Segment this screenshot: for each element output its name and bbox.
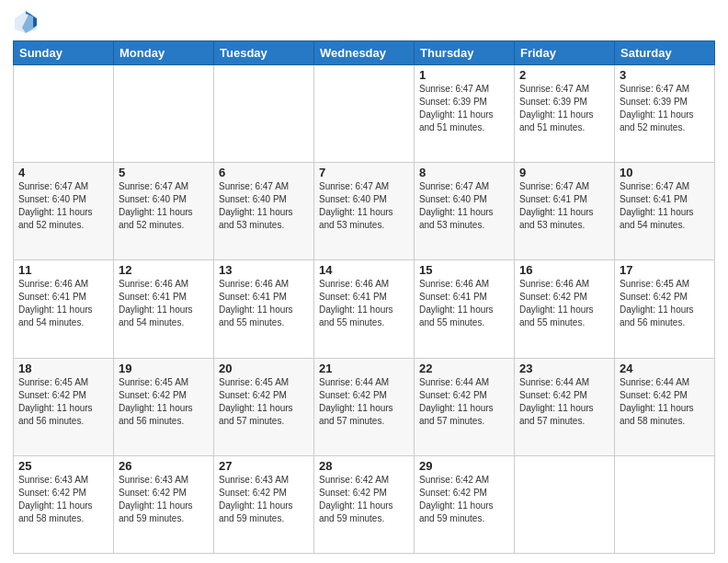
calendar-cell: 16Sunrise: 6:46 AMSunset: 6:42 PMDayligh… [515,260,615,358]
day-info: Sunrise: 6:43 AMSunset: 6:42 PMDaylight:… [119,474,209,525]
calendar-cell: 12Sunrise: 6:46 AMSunset: 6:41 PMDayligh… [114,260,214,358]
calendar-cell: 4Sunrise: 6:47 AMSunset: 6:40 PMDaylight… [14,163,114,260]
day-number: 16 [519,263,609,277]
day-info: Sunrise: 6:44 AMSunset: 6:42 PMDaylight:… [620,376,710,428]
calendar-cell [114,65,214,163]
day-info: Sunrise: 6:47 AMSunset: 6:40 PMDaylight:… [219,180,309,232]
calendar-cell [214,65,314,163]
calendar-cell: 2Sunrise: 6:47 AMSunset: 6:39 PMDaylight… [515,65,615,163]
day-number: 14 [319,263,409,277]
day-number: 7 [319,166,409,179]
day-info: Sunrise: 6:45 AMSunset: 6:42 PMDaylight:… [119,376,209,428]
weekday-header: Tuesday [214,41,314,65]
weekday-header: Friday [515,41,615,65]
logo [13,9,42,35]
calendar-cell: 13Sunrise: 6:46 AMSunset: 6:41 PMDayligh… [214,260,314,358]
day-number: 2 [519,68,609,82]
day-info: Sunrise: 6:42 AMSunset: 6:42 PMDaylight:… [319,474,409,525]
day-number: 21 [319,362,409,375]
calendar-cell: 9Sunrise: 6:47 AMSunset: 6:41 PMDaylight… [515,163,615,260]
day-number: 12 [119,263,209,277]
calendar-cell [515,455,615,553]
day-info: Sunrise: 6:46 AMSunset: 6:41 PMDaylight:… [319,278,409,329]
calendar-cell: 11Sunrise: 6:46 AMSunset: 6:41 PMDayligh… [14,260,114,358]
day-number: 23 [519,362,609,375]
calendar-cell: 26Sunrise: 6:43 AMSunset: 6:42 PMDayligh… [114,455,214,553]
calendar-cell: 25Sunrise: 6:43 AMSunset: 6:42 PMDayligh… [14,455,114,553]
day-info: Sunrise: 6:47 AMSunset: 6:40 PMDaylight:… [18,180,108,232]
calendar-cell: 17Sunrise: 6:45 AMSunset: 6:42 PMDayligh… [615,260,715,358]
day-info: Sunrise: 6:47 AMSunset: 6:39 PMDaylight:… [419,83,509,134]
day-number: 5 [119,166,209,179]
calendar-cell [314,65,415,163]
calendar-cell: 1Sunrise: 6:47 AMSunset: 6:39 PMDaylight… [415,65,515,163]
calendar-cell [14,65,114,163]
calendar-cell: 8Sunrise: 6:47 AMSunset: 6:40 PMDaylight… [415,163,515,260]
calendar-row: 25Sunrise: 6:43 AMSunset: 6:42 PMDayligh… [14,455,715,553]
day-info: Sunrise: 6:43 AMSunset: 6:42 PMDaylight:… [219,474,309,525]
calendar-row: 4Sunrise: 6:47 AMSunset: 6:40 PMDaylight… [14,163,715,260]
weekday-row: SundayMondayTuesdayWednesdayThursdayFrid… [14,41,715,65]
day-info: Sunrise: 6:46 AMSunset: 6:41 PMDaylight:… [18,278,108,329]
calendar-cell [615,455,715,553]
day-number: 6 [219,166,309,179]
day-number: 19 [119,362,209,375]
calendar-body: 1Sunrise: 6:47 AMSunset: 6:39 PMDaylight… [14,65,715,554]
calendar-header: SundayMondayTuesdayWednesdayThursdayFrid… [14,41,715,65]
day-number: 4 [18,166,108,179]
day-info: Sunrise: 6:45 AMSunset: 6:42 PMDaylight:… [620,278,710,329]
day-number: 18 [18,362,108,375]
calendar-cell: 3Sunrise: 6:47 AMSunset: 6:39 PMDaylight… [615,65,715,163]
weekday-header: Monday [114,41,214,65]
day-info: Sunrise: 6:44 AMSunset: 6:42 PMDaylight:… [519,376,609,428]
header [13,9,715,35]
day-info: Sunrise: 6:47 AMSunset: 6:39 PMDaylight:… [519,83,609,134]
day-number: 27 [219,459,309,473]
day-info: Sunrise: 6:45 AMSunset: 6:42 PMDaylight:… [219,376,309,428]
day-number: 10 [620,166,710,179]
calendar-row: 11Sunrise: 6:46 AMSunset: 6:41 PMDayligh… [14,260,715,358]
calendar-cell: 23Sunrise: 6:44 AMSunset: 6:42 PMDayligh… [515,358,615,455]
day-number: 20 [219,362,309,375]
day-info: Sunrise: 6:47 AMSunset: 6:40 PMDaylight:… [419,180,509,232]
calendar-cell: 14Sunrise: 6:46 AMSunset: 6:41 PMDayligh… [314,260,415,358]
weekday-header: Wednesday [314,41,415,65]
day-info: Sunrise: 6:44 AMSunset: 6:42 PMDaylight:… [319,376,409,428]
logo-icon [13,9,39,35]
page: SundayMondayTuesdayWednesdayThursdayFrid… [0,0,728,563]
day-number: 25 [18,459,108,473]
day-info: Sunrise: 6:47 AMSunset: 6:40 PMDaylight:… [319,180,409,232]
day-info: Sunrise: 6:47 AMSunset: 6:41 PMDaylight:… [519,180,609,232]
day-info: Sunrise: 6:44 AMSunset: 6:42 PMDaylight:… [419,376,509,428]
day-info: Sunrise: 6:43 AMSunset: 6:42 PMDaylight:… [18,474,108,525]
day-info: Sunrise: 6:47 AMSunset: 6:41 PMDaylight:… [620,180,710,232]
day-number: 15 [419,263,509,277]
day-info: Sunrise: 6:42 AMSunset: 6:42 PMDaylight:… [419,474,509,525]
day-number: 13 [219,263,309,277]
calendar-cell: 27Sunrise: 6:43 AMSunset: 6:42 PMDayligh… [214,455,314,553]
weekday-header: Thursday [415,41,515,65]
calendar-cell: 21Sunrise: 6:44 AMSunset: 6:42 PMDayligh… [314,358,415,455]
day-info: Sunrise: 6:47 AMSunset: 6:39 PMDaylight:… [620,83,710,134]
calendar-cell: 6Sunrise: 6:47 AMSunset: 6:40 PMDaylight… [214,163,314,260]
calendar-cell: 19Sunrise: 6:45 AMSunset: 6:42 PMDayligh… [114,358,214,455]
day-info: Sunrise: 6:46 AMSunset: 6:42 PMDaylight:… [519,278,609,329]
calendar-table: SundayMondayTuesdayWednesdayThursdayFrid… [13,40,715,554]
day-number: 28 [319,459,409,473]
day-number: 8 [419,166,509,179]
day-number: 3 [620,68,710,82]
calendar-cell: 22Sunrise: 6:44 AMSunset: 6:42 PMDayligh… [415,358,515,455]
day-number: 22 [419,362,509,375]
calendar-cell: 29Sunrise: 6:42 AMSunset: 6:42 PMDayligh… [415,455,515,553]
day-number: 24 [620,362,710,375]
day-info: Sunrise: 6:47 AMSunset: 6:40 PMDaylight:… [119,180,209,232]
calendar-cell: 15Sunrise: 6:46 AMSunset: 6:41 PMDayligh… [415,260,515,358]
day-info: Sunrise: 6:45 AMSunset: 6:42 PMDaylight:… [18,376,108,428]
weekday-header: Sunday [14,41,114,65]
calendar-row: 1Sunrise: 6:47 AMSunset: 6:39 PMDaylight… [14,65,715,163]
day-number: 26 [119,459,209,473]
calendar-row: 18Sunrise: 6:45 AMSunset: 6:42 PMDayligh… [14,358,715,455]
calendar-cell: 28Sunrise: 6:42 AMSunset: 6:42 PMDayligh… [314,455,415,553]
calendar-cell: 24Sunrise: 6:44 AMSunset: 6:42 PMDayligh… [615,358,715,455]
calendar-cell: 5Sunrise: 6:47 AMSunset: 6:40 PMDaylight… [114,163,214,260]
